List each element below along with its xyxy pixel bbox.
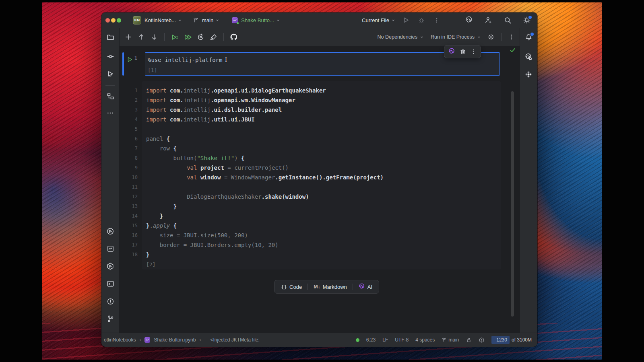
add-user-icon[interactable] <box>483 15 493 25</box>
more-actions-kebab-icon[interactable] <box>432 15 442 25</box>
file-name: Shake Butto... <box>241 17 274 23</box>
code-line: 14 } <box>120 211 504 221</box>
clear-outputs-button[interactable] <box>208 32 218 42</box>
cell-actions-popup <box>444 45 481 58</box>
problems-tool-icon[interactable] <box>105 296 116 307</box>
code-line: 9 val project = currentProject() <box>120 163 504 173</box>
code-line: 15}.apply { <box>120 221 504 230</box>
run-window-icon[interactable] <box>105 226 116 237</box>
caret-position[interactable]: 6:23 <box>366 337 376 343</box>
branch-name: main <box>202 17 213 23</box>
notification-dot <box>530 32 535 37</box>
line-number: 2 <box>120 97 138 103</box>
ai-assistant-icon[interactable] <box>464 15 474 25</box>
cell1-output-label: [1] <box>148 66 496 74</box>
dependencies-dropdown[interactable]: No Dependencies <box>376 33 426 41</box>
project-icon[interactable]: KN <box>133 16 141 25</box>
add-cell-bar: {} Code M↓ Markdown AI <box>274 280 379 294</box>
line-number: 15 <box>120 223 138 228</box>
strip-separator <box>105 85 115 86</box>
status-branch-widget[interactable]: main <box>442 337 459 343</box>
run-tool-icon[interactable] <box>105 68 116 79</box>
code-line: 18} <box>120 250 504 259</box>
code-cell-2[interactable]: 1import com.intellij.openapi.ui.DialogEa… <box>120 86 504 269</box>
line-number: 12 <box>120 194 138 200</box>
markdown-icon: M↓ <box>314 284 320 290</box>
plugin-blocks-icon[interactable] <box>523 69 534 80</box>
add-cell-button[interactable] <box>124 32 133 42</box>
status-branch-name: main <box>448 337 459 343</box>
line-number: 5 <box>120 126 138 132</box>
toolbar-kebab-icon[interactable] <box>507 32 516 42</box>
line-ending[interactable]: LF <box>382 337 388 343</box>
breadcrumb-file[interactable]: Shake Button.ipynb <box>154 337 196 343</box>
editor-scrollbar[interactable] <box>511 91 514 317</box>
inspections-ok-check-icon[interactable] <box>509 47 516 53</box>
zoom-window-button[interactable] <box>117 18 121 23</box>
run-button[interactable] <box>401 15 411 25</box>
indent-setting[interactable]: 4 spaces <box>415 337 435 343</box>
move-cell-up-button[interactable] <box>136 32 146 42</box>
notebook-tool-icon[interactable] <box>105 243 116 254</box>
settings-gear-icon[interactable] <box>522 15 532 25</box>
file-switcher[interactable]: Shake Butto... <box>232 17 281 23</box>
github-icon[interactable] <box>229 32 239 42</box>
git-tool-icon[interactable] <box>105 313 116 324</box>
code-line: 2import com.intellij.openapi.wm.WindowMa… <box>120 95 504 105</box>
run-process-dropdown[interactable]: Run in IDE Process <box>429 33 483 41</box>
run-configuration-selector[interactable]: Current File <box>359 17 396 23</box>
close-window-button[interactable] <box>105 18 110 23</box>
run-process-label: Run in IDE Process <box>431 34 475 40</box>
add-ai-label: AI <box>367 284 372 290</box>
run-cell-button[interactable] <box>170 32 180 42</box>
restart-kernel-button[interactable] <box>196 32 205 42</box>
chevron-down-icon <box>391 18 396 23</box>
selected-cell-indicator <box>122 52 124 76</box>
minimize-window-button[interactable] <box>111 18 116 23</box>
search-icon[interactable] <box>503 15 512 25</box>
notebook-editor[interactable]: 1 %use intellij-platform I [1] <box>120 46 520 333</box>
status-bar: otlinNotebooks › Shake Button.ipynb › <I… <box>101 333 537 347</box>
services-tool-icon[interactable] <box>105 261 116 272</box>
run-configuration-name: Current File <box>362 17 389 23</box>
ai-assistant-tool-icon[interactable] <box>523 51 534 63</box>
notebook-file-icon <box>144 337 150 343</box>
code-line: 16 size = JBUI.size(500, 200) <box>120 230 504 240</box>
line-number: 8 <box>120 155 138 161</box>
line-number: 10 <box>120 175 138 180</box>
problem-circle-icon[interactable] <box>479 337 485 343</box>
more-tool-windows-icon[interactable] <box>105 107 116 119</box>
run-all-cells-button[interactable] <box>183 32 192 42</box>
title-bar: KN KotlinNoteb... main Shake Butto... <box>101 12 537 28</box>
cell-kebab-icon[interactable] <box>471 49 477 55</box>
add-code-cell-button[interactable]: {} Code <box>277 282 306 292</box>
branch-icon <box>442 337 447 343</box>
branch-widget[interactable]: main <box>193 17 220 23</box>
cell1-line-number: 1 <box>130 55 137 61</box>
unlock-icon[interactable] <box>466 337 472 343</box>
file-encoding[interactable]: UTF-8 <box>395 337 409 343</box>
breadcrumb-project[interactable]: otlinNotebooks <box>104 337 136 343</box>
terminal-tool-icon[interactable] <box>105 278 116 289</box>
move-cell-down-button[interactable] <box>149 32 159 42</box>
line-number: 11 <box>120 184 138 190</box>
structure-tool-icon[interactable] <box>105 90 116 102</box>
kernel-status-dot <box>356 338 359 342</box>
commit-tool-icon[interactable] <box>105 51 116 62</box>
line-number: 14 <box>120 213 138 219</box>
add-ai-cell-button[interactable]: AI <box>355 282 376 292</box>
project-widget[interactable]: KotlinNoteb... <box>141 17 182 23</box>
breadcrumb-injected[interactable]: <Injected JKTMeta file: <box>210 337 259 343</box>
code-line: 17 border = JBUI.Borders.empty(10, 20) <box>120 240 504 250</box>
cell-ai-icon[interactable] <box>448 48 455 55</box>
line-number: 6 <box>120 136 138 142</box>
debug-button[interactable] <box>417 15 426 25</box>
add-markdown-cell-button[interactable]: M↓ Markdown <box>310 282 351 292</box>
right-tool-strip <box>520 46 537 333</box>
notebook-settings-gear-icon[interactable] <box>486 32 496 42</box>
memory-indicator[interactable]: 1230 of 3100M <box>491 336 532 344</box>
project-tool-button[interactable] <box>101 28 120 46</box>
notifications-bell[interactable] <box>520 28 537 46</box>
delete-cell-icon[interactable] <box>460 49 466 55</box>
code-line: 6panel { <box>120 134 504 144</box>
